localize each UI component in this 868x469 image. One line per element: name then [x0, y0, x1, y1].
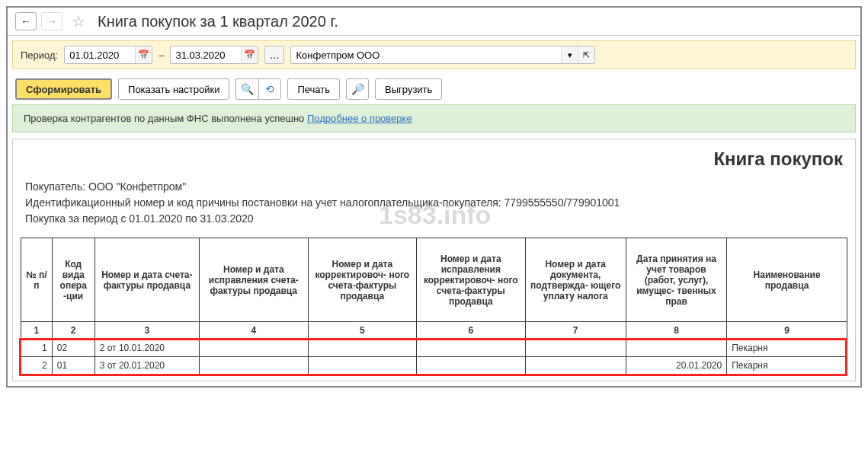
- back-button[interactable]: ←: [15, 12, 37, 30]
- period-dash: –: [159, 49, 164, 61]
- org-field[interactable]: ▾ ⇱: [290, 46, 595, 64]
- report-area: Книга покупок Покупатель: ООО "Конфетпро…: [12, 139, 856, 381]
- column-number: 7: [525, 322, 626, 340]
- column-header: Номер и дата документа, подтвержда- ющег…: [525, 238, 626, 322]
- column-number: 5: [308, 322, 416, 340]
- calendar-icon[interactable]: 📅: [135, 46, 152, 63]
- table-row[interactable]: 1022 от 10.01.2020Пекарня: [21, 340, 847, 357]
- buyer-value: ООО "Конфетпром": [88, 180, 186, 193]
- column-number: 9: [727, 322, 847, 340]
- report-title: Книга покупок: [13, 139, 855, 176]
- print-button[interactable]: Печать: [287, 78, 340, 100]
- export-button[interactable]: Выгрузить: [375, 78, 442, 100]
- period-label: Период:: [21, 49, 58, 61]
- column-number: 8: [626, 322, 726, 340]
- search-back-icon[interactable]: ⟲: [258, 78, 281, 100]
- inn-value: 7799555550/779901001: [504, 196, 620, 209]
- date-to-input[interactable]: [171, 48, 241, 62]
- info-link[interactable]: Подробнее о проверке: [307, 113, 412, 124]
- column-number: 4: [200, 322, 308, 340]
- column-number: 2: [52, 322, 94, 340]
- date-from-field[interactable]: 📅: [64, 46, 152, 64]
- search-icon[interactable]: 🔍: [235, 78, 258, 100]
- generate-button[interactable]: Сформировать: [15, 78, 112, 100]
- column-header: Номер и дата корректировоч- ного счета-ф…: [308, 238, 416, 322]
- column-number: 1: [21, 322, 53, 340]
- column-header: № п/п: [21, 238, 53, 322]
- date-to-field[interactable]: 📅: [170, 46, 258, 64]
- column-number: 3: [94, 322, 199, 340]
- show-settings-button[interactable]: Показать настройки: [118, 78, 229, 100]
- info-text: Проверка контрагентов по данным ФНС выпо…: [24, 113, 307, 124]
- info-bar: Проверка контрагентов по данным ФНС выпо…: [12, 104, 856, 132]
- column-header: Номер и дата счета-фактуры продавца: [94, 238, 199, 322]
- inn-label: Идентификационный номер и код причины по…: [25, 196, 504, 209]
- column-header: Код вида опера -ции: [52, 238, 94, 322]
- forward-button[interactable]: →: [41, 12, 62, 30]
- column-header: Номер и дата исправления счета-фактуры п…: [200, 238, 308, 322]
- column-header: Номер и дата исправления корректировоч- …: [417, 238, 525, 322]
- org-input[interactable]: [291, 48, 561, 62]
- column-header: Дата принятия на учет товаров (работ, ус…: [626, 238, 726, 322]
- date-from-input[interactable]: [65, 48, 135, 62]
- preview-icon[interactable]: 🔎: [346, 78, 369, 100]
- report-period: Покупка за период с 01.01.2020 по 31.03.…: [25, 211, 843, 227]
- calendar-icon[interactable]: 📅: [241, 46, 258, 63]
- page-title: Книга покупок за 1 квартал 2020 г.: [98, 13, 338, 30]
- dropdown-icon[interactable]: ▾: [561, 46, 578, 63]
- buyer-label: Покупатель:: [25, 180, 88, 193]
- open-icon[interactable]: ⇱: [578, 46, 594, 63]
- column-number: 6: [417, 322, 525, 340]
- table-row[interactable]: 2013 от 20.01.202020.01.2020Пекарня: [21, 357, 847, 375]
- column-header: Наименование продавца: [727, 238, 847, 322]
- star-icon[interactable]: ☆: [70, 13, 87, 30]
- report-table: № п/пКод вида опера -цииНомер и дата сче…: [21, 238, 847, 375]
- period-more-button[interactable]: …: [264, 46, 284, 64]
